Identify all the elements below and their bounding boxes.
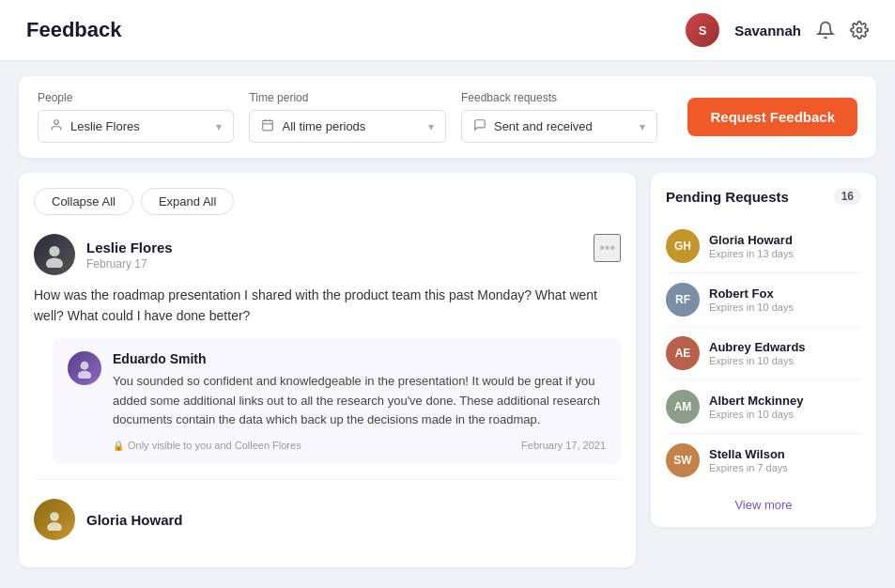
feedback-user-date: February 17	[86, 257, 173, 271]
pending-items-list: GH Gloria Howard Expires in 13 days RF R…	[666, 220, 861, 487]
svg-point-9	[78, 371, 91, 379]
svg-point-1	[54, 120, 59, 125]
svg-point-10	[50, 512, 59, 521]
response-text: You sounded so confident and knowledgeab…	[113, 372, 606, 430]
more-options-button[interactable]: •••	[594, 234, 621, 262]
bell-icon	[816, 21, 835, 39]
main-layout: Collapse All Expand All Leslie Fl	[19, 173, 876, 567]
feedback-question: How was the roadmap presentation I share…	[34, 285, 621, 327]
pending-item: GH Gloria Howard Expires in 13 days	[666, 220, 861, 273]
avatar: S	[686, 13, 719, 47]
response-content: Eduardo Smith You sounded so confident a…	[113, 351, 606, 451]
svg-point-11	[47, 522, 62, 531]
gloria-avatar: GH	[666, 229, 700, 263]
visibility-note: 🔒 Only visible to you and Colleen Flores	[113, 440, 301, 451]
pending-expires-1: Expires in 10 days	[709, 302, 794, 313]
gear-icon	[850, 21, 869, 39]
time-filter-label: Time period	[249, 91, 445, 104]
robert-avatar: RF	[666, 283, 700, 317]
leslie-avatar	[34, 234, 75, 275]
pending-expires-3: Expires in 10 days	[709, 409, 803, 420]
chat-icon	[473, 118, 486, 134]
lock-icon: 🔒	[113, 441, 124, 451]
pending-expires-2: Expires in 10 days	[709, 355, 806, 366]
feed-panel: Collapse All Expand All Leslie Fl	[19, 173, 636, 567]
pending-name-1: Robert Fox	[709, 286, 794, 301]
pending-item: AM Albert Mckinney Expires in 10 days	[666, 380, 861, 434]
requests-filter-select[interactable]: Sent and received ▾	[461, 110, 657, 143]
people-filter-select[interactable]: Leslie Flores ▾	[38, 110, 234, 143]
svg-point-8	[81, 362, 89, 370]
next-item-name: Gloria Howard	[86, 512, 183, 528]
svg-rect-2	[263, 120, 273, 131]
requests-filter-group: Feedback requests Sent and received ▾	[461, 91, 657, 143]
pending-requests-sidebar: Pending Requests 16 GH Gloria Howard Exp…	[651, 173, 876, 527]
responder-avatar	[68, 351, 101, 385]
pending-name-3: Albert Mckinney	[709, 394, 803, 408]
feedback-user-name: Leslie Flores	[86, 240, 173, 255]
request-feedback-button[interactable]: Request Feedback	[687, 98, 857, 136]
responder-name: Eduardo Smith	[113, 351, 606, 366]
time-filter-value: All time periods	[282, 119, 365, 133]
collapse-all-button[interactable]: Collapse All	[34, 188, 133, 215]
svg-point-6	[49, 246, 59, 256]
time-filter-select[interactable]: All time periods ▾	[249, 110, 445, 143]
feed-controls: Collapse All Expand All	[34, 188, 621, 215]
feedback-item: Leslie Flores February 17 ••• How was th…	[34, 234, 621, 480]
response-container: Eduardo Smith You sounded so confident a…	[53, 338, 621, 464]
feedback-user: Leslie Flores February 17	[34, 234, 173, 275]
view-more-button[interactable]: View more	[666, 498, 861, 512]
pending-count-badge: 16	[834, 188, 861, 205]
stella-avatar: SW	[666, 443, 700, 477]
pending-item: RF Robert Fox Expires in 10 days	[666, 273, 861, 327]
next-item-preview: Gloria Howard	[34, 487, 621, 540]
time-filter-group: Time period All time periods ▾	[249, 91, 445, 143]
settings-button[interactable]	[850, 21, 869, 39]
sidebar-title: Pending Requests	[666, 189, 789, 205]
requests-chevron-icon: ▾	[640, 120, 645, 133]
requests-filter-value: Sent and received	[494, 119, 593, 133]
pending-expires-0: Expires in 13 days	[709, 248, 794, 259]
header-actions: S Savannah	[686, 13, 869, 47]
app-header: Feedback S Savannah	[0, 0, 895, 61]
albert-avatar: AM	[666, 390, 700, 424]
pending-item: SW Stella Wilson Expires in 7 days	[666, 434, 861, 487]
sidebar-header: Pending Requests 16	[666, 188, 861, 205]
pending-expires-4: Expires in 7 days	[709, 462, 788, 473]
pending-name-0: Gloria Howard	[709, 233, 794, 247]
username-label: Savannah	[734, 23, 801, 39]
time-chevron-icon: ▾	[428, 120, 434, 133]
aubrey-avatar: AE	[666, 336, 700, 370]
pending-name-2: Aubrey Edwards	[709, 340, 806, 354]
response-footer: 🔒 Only visible to you and Colleen Flores…	[113, 440, 606, 451]
calendar-icon	[261, 118, 274, 134]
gloria-avatar-preview	[34, 499, 75, 540]
people-filter-value: Leslie Flores	[70, 119, 140, 133]
svg-point-7	[46, 258, 63, 269]
notification-button[interactable]	[816, 21, 835, 39]
feedback-header: Leslie Flores February 17 •••	[34, 234, 621, 275]
requests-filter-label: Feedback requests	[461, 91, 657, 104]
people-filter-label: People	[38, 91, 234, 104]
person-icon	[50, 118, 63, 134]
pending-item: AE Aubrey Edwards Expires in 10 days	[666, 327, 861, 380]
expand-all-button[interactable]: Expand All	[141, 188, 234, 215]
visibility-text: Only visible to you and Colleen Flores	[128, 440, 301, 451]
pending-name-4: Stella Wilson	[709, 447, 788, 461]
filter-bar: People Leslie Flores ▾ Time period	[19, 76, 876, 158]
people-chevron-icon: ▾	[216, 120, 222, 133]
svg-point-0	[857, 28, 862, 33]
people-filter-group: People Leslie Flores ▾	[38, 91, 234, 143]
response-date: February 17, 2021	[521, 440, 606, 451]
page-title: Feedback	[26, 18, 122, 42]
